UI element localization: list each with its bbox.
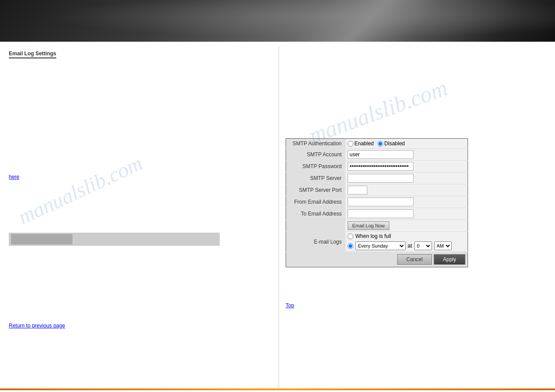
- smtp-password-row: SMTP Password: [286, 161, 468, 173]
- to-email-label: To Email Address: [286, 208, 345, 220]
- smtp-auth-disabled-radio[interactable]: [377, 141, 383, 147]
- from-email-input[interactable]: [348, 198, 414, 206]
- left-panel: Email Log Settings manualslib.com here R…: [0, 46, 279, 388]
- action-bar: Cancel Apply: [286, 252, 468, 267]
- gray-bar: [9, 233, 220, 246]
- smtp-auth-disabled-text: Disabled: [385, 140, 405, 147]
- schedule-ampm-select[interactable]: AM PM: [434, 241, 452, 250]
- from-email-row: From Email Address: [286, 196, 468, 208]
- smtp-auth-value: Enabled Disabled: [345, 139, 468, 149]
- email-logs-label: E-mail Logs: [286, 232, 345, 252]
- to-email-input[interactable]: [348, 209, 414, 218]
- smtp-auth-label: SMTP Authentication: [286, 139, 345, 149]
- header-banner: [0, 0, 555, 42]
- smtp-server-port-input[interactable]: [348, 186, 367, 194]
- smtp-auth-enabled-label[interactable]: Enabled: [348, 140, 374, 147]
- here-link[interactable]: here: [9, 174, 19, 180]
- when-log-full-text: When log is full: [355, 233, 391, 239]
- smtp-password-value: [345, 161, 468, 173]
- schedule-hour-select[interactable]: 0123 4567 891011 12: [414, 241, 432, 250]
- schedule-row: Every Sunday Every Monday Every Tuesday …: [348, 241, 466, 250]
- from-email-label: From Email Address: [286, 196, 345, 208]
- body-text-1: [9, 65, 270, 73]
- smtp-auth-enabled-text: Enabled: [355, 140, 374, 147]
- body-text-3: [9, 152, 270, 160]
- smtp-password-input[interactable]: [348, 162, 414, 171]
- smtp-server-port-row: SMTP Server Port: [286, 184, 468, 196]
- bottom-link[interactable]: Return to previous page: [9, 323, 65, 329]
- to-email-row: To Email Address: [286, 208, 468, 220]
- smtp-auth-enabled-radio[interactable]: [348, 141, 353, 147]
- smtp-account-value: [345, 149, 468, 161]
- section-title: Email Log Settings: [9, 50, 56, 58]
- email-logs-value: When log is full Every Sunday Every Mond…: [345, 232, 468, 252]
- at-label: at: [408, 243, 412, 249]
- smtp-server-port-label: SMTP Server Port: [286, 184, 345, 196]
- smtp-form: SMTP Authentication Enabled Disabled: [286, 138, 468, 252]
- footer-line: [0, 388, 555, 390]
- smtp-server-input[interactable]: [348, 174, 414, 183]
- top-link[interactable]: Top: [286, 302, 294, 309]
- from-email-value: [345, 196, 468, 208]
- smtp-account-label: SMTP Account: [286, 149, 345, 161]
- gray-bar-inner: [11, 234, 73, 245]
- email-log-now-cell: Email Log Now: [345, 220, 468, 232]
- email-logs-row: E-mail Logs When log is full Every Sunda…: [286, 232, 468, 252]
- when-log-full-row: When log is full: [348, 233, 466, 239]
- smtp-auth-radio-group: Enabled Disabled: [348, 140, 466, 147]
- smtp-auth-row: SMTP Authentication Enabled Disabled: [286, 139, 468, 149]
- to-email-value: [345, 208, 468, 220]
- smtp-server-label: SMTP Server: [286, 173, 345, 184]
- main-content: Email Log Settings manualslib.com here R…: [0, 42, 555, 388]
- smtp-server-port-value: [345, 184, 468, 196]
- smtp-server-value: [345, 173, 468, 184]
- smtp-account-input[interactable]: [348, 150, 414, 159]
- email-log-now-row: Email Log Now: [286, 220, 468, 232]
- right-watermark: manualslib.com: [305, 75, 451, 149]
- smtp-password-label: SMTP Password: [286, 161, 345, 173]
- email-log-now-button[interactable]: Email Log Now: [348, 221, 390, 230]
- smtp-auth-disabled-label[interactable]: Disabled: [377, 140, 405, 147]
- right-panel: manualslib.com SMTP Authentication Enabl…: [279, 46, 555, 388]
- smtp-account-row: SMTP Account: [286, 149, 468, 161]
- watermark: manualslib.com: [15, 151, 146, 229]
- schedule-radio[interactable]: [348, 243, 353, 249]
- smtp-server-row: SMTP Server: [286, 173, 468, 184]
- apply-button[interactable]: Apply: [434, 254, 465, 265]
- body-text-2: [9, 108, 270, 117]
- when-log-full-radio[interactable]: [348, 234, 353, 239]
- cancel-button[interactable]: Cancel: [397, 254, 432, 265]
- schedule-day-select[interactable]: Every Sunday Every Monday Every Tuesday …: [355, 241, 406, 250]
